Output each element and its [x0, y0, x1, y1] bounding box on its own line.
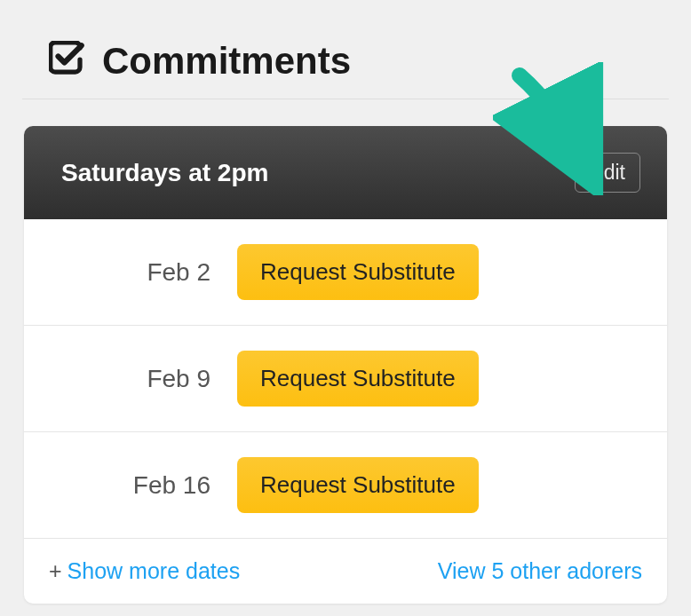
show-more-label: Show more dates: [68, 558, 241, 584]
page-header: Commitments: [22, 27, 669, 99]
date-row: Feb 2 Request Substitute: [24, 219, 667, 326]
check-icon: [49, 41, 86, 82]
card-footer: + Show more dates View 5 other adorers: [24, 539, 667, 604]
request-substitute-button[interactable]: Request Substitute: [237, 244, 479, 300]
edit-button[interactable]: Edit: [575, 153, 640, 193]
show-more-dates-link[interactable]: + Show more dates: [49, 558, 240, 584]
view-other-adorers-link[interactable]: View 5 other adorers: [438, 558, 642, 584]
date-label: Feb 2: [24, 258, 237, 287]
date-label: Feb 16: [24, 471, 237, 500]
request-substitute-button[interactable]: Request Substitute: [237, 351, 479, 407]
plus-icon: +: [49, 558, 62, 584]
schedule-label: Saturdays at 2pm: [61, 159, 268, 187]
date-row: Feb 16 Request Substitute: [24, 432, 667, 539]
card-header: Saturdays at 2pm Edit: [24, 126, 667, 219]
request-substitute-button[interactable]: Request Substitute: [237, 457, 479, 513]
date-label: Feb 9: [24, 365, 237, 393]
page-title: Commitments: [102, 40, 351, 83]
date-row: Feb 9 Request Substitute: [24, 326, 667, 432]
commitment-card: Saturdays at 2pm Edit Feb 2 Request Subs…: [24, 126, 667, 604]
